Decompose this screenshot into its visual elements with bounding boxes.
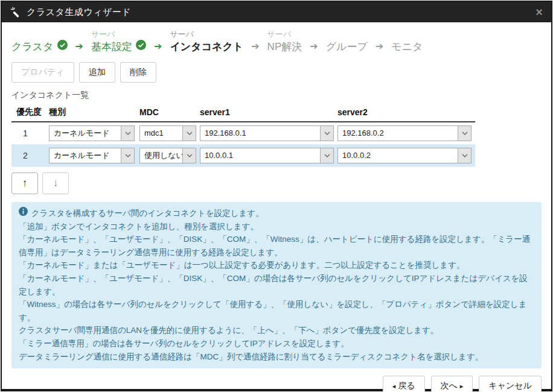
info-icon — [19, 207, 28, 220]
chevron-down-icon[interactable] — [320, 126, 333, 141]
chevron-down-icon[interactable] — [121, 126, 134, 141]
titlebar: クラスタ生成ウィザード × — [2, 2, 551, 22]
step-interconnect: サーバ インタコネクト — [170, 28, 243, 54]
step-sublabel — [391, 28, 423, 40]
table-row[interactable]: 1 カーネルモード mdc1 192.168.0.1 192.168.0.2 — [11, 122, 475, 145]
check-icon — [57, 40, 68, 54]
step-sublabel — [326, 28, 368, 40]
step-sublabel: サーバ — [267, 28, 302, 40]
reorder-controls: ↑ ↓ — [11, 172, 542, 194]
step-label: NP解決 — [267, 40, 302, 54]
step-sublabel: サーバ — [170, 28, 243, 40]
chevron-down-icon[interactable] — [458, 126, 471, 141]
server1-select-row1[interactable]: 192.168.0.1 — [200, 125, 334, 141]
step-np-resolution: サーバ NP解決 — [267, 28, 302, 54]
arrow-icon: ➔ — [251, 39, 259, 54]
step-label: 基本設定 — [91, 40, 132, 54]
priority-header: 優先度 — [11, 107, 49, 118]
cluster-wizard-dialog: クラスタ生成ウィザード × クラスタ ➔ サーバ 基本設定 ➔ サーバ インタコ… — [1, 1, 552, 391]
info-line: 「ミラー通信専用」の場合は各サーバ列のセルをクリックしてIPアドレスを設定します… — [19, 337, 534, 350]
window-title: クラスタ生成ウィザード — [27, 7, 131, 18]
server2-select-row1[interactable]: 192.168.0.2 — [337, 125, 471, 141]
info-line: 「カーネルモード」、「ユーザモード」、「DISK」、「COM」、「Witness… — [19, 233, 534, 259]
arrow-icon: ➔ — [154, 39, 162, 54]
chevron-down-icon[interactable] — [121, 148, 134, 163]
mdc-select-row2[interactable]: 使用しない — [139, 148, 196, 163]
check-icon — [136, 40, 146, 54]
step-label: インタコネクト — [170, 40, 243, 54]
table-header-row: 優先度 種別 MDC server1 server2 — [11, 104, 475, 122]
info-line: クラスタサーバ間専用通信のLANを優先的に使用するように、「上へ」、「下へ」ボタ… — [19, 324, 534, 337]
wizard-wand-icon — [10, 7, 22, 18]
triangle-left-icon: ◂ — [392, 383, 396, 390]
close-icon[interactable]: × — [535, 6, 543, 18]
property-button[interactable]: プロパティ — [11, 62, 74, 83]
server1-select-row2[interactable]: 10.0.0.1 — [200, 148, 334, 163]
step-label: クラスタ — [11, 40, 54, 54]
step-label: グループ — [326, 40, 368, 54]
back-button[interactable]: ◂ 戻る — [383, 376, 425, 392]
chevron-down-icon[interactable] — [320, 148, 333, 163]
chevron-down-icon[interactable] — [182, 126, 196, 141]
info-line: クラスタを構成するサーバ間のインタコネクトを設定します。 — [19, 207, 534, 220]
info-box: クラスタを構成するサーバ間のインタコネクトを設定します。 「追加」ボタンでインタ… — [11, 202, 542, 368]
chevron-down-icon[interactable] — [458, 148, 471, 163]
step-sublabel — [11, 28, 68, 40]
add-button[interactable]: 追加 — [79, 62, 115, 83]
step-basic-settings: サーバ 基本設定 — [91, 28, 146, 54]
move-up-button[interactable]: ↑ — [11, 172, 38, 194]
delete-button[interactable]: 削除 — [120, 62, 156, 83]
step-sublabel: サーバ — [91, 28, 146, 40]
arrow-down-icon: ↓ — [53, 177, 59, 189]
arrow-icon: ➔ — [376, 39, 383, 54]
cancel-button[interactable]: キャンセル — [479, 376, 542, 392]
mdc-select-row1[interactable]: mdc1 — [139, 125, 196, 141]
arrow-icon: ➔ — [75, 39, 83, 54]
interconnect-list-caption: インタコネクト一覧 — [11, 90, 542, 101]
step-group: グループ — [326, 28, 368, 54]
priority-value: 2 — [11, 151, 39, 160]
step-label: モニタ — [391, 40, 423, 54]
footer: ◂ 戻る 次へ ▸ キャンセル — [11, 376, 542, 392]
mdc-header: MDC — [139, 107, 200, 117]
server2-header: server2 — [337, 107, 475, 117]
wizard-steps: クラスタ ➔ サーバ 基本設定 ➔ サーバ インタコネクト ➔ サーバ NP解決… — [11, 28, 542, 54]
info-line: 「追加」ボタンでインタコネクトを追加し、種別を選択します。 — [19, 220, 534, 233]
type-header: 種別 — [49, 107, 139, 118]
toolbar: プロパティ 追加 削除 — [11, 62, 542, 83]
type-select-row2[interactable]: カーネルモード — [49, 148, 135, 163]
interconnect-table: 優先度 種別 MDC server1 server2 1 カーネルモード mdc… — [11, 104, 475, 167]
priority-value: 1 — [11, 128, 39, 138]
step-cluster: クラスタ — [11, 28, 68, 54]
type-select-row1[interactable]: カーネルモード — [49, 125, 135, 141]
server2-select-row2[interactable]: 10.0.0.2 — [337, 148, 471, 163]
info-line: 「Witness」の場合は各サーバ列のセルをクリックして「使用する」、「使用しな… — [19, 298, 534, 324]
triangle-right-icon: ▸ — [460, 383, 464, 390]
server1-header: server1 — [200, 107, 337, 117]
arrow-icon: ➔ — [310, 39, 318, 54]
step-monitor: モニタ — [391, 28, 423, 54]
move-down-button[interactable]: ↓ — [42, 172, 69, 194]
info-line: データミラーリング通信に使用する通信経路は「MDC」列で通信経路に割り当てるミラ… — [19, 350, 534, 364]
info-line: 「カーネルモード」または「ユーザモード」は一つ以上設定する必要があります。二つ以… — [19, 259, 534, 272]
next-button[interactable]: 次へ ▸ — [431, 376, 473, 392]
arrow-up-icon: ↑ — [22, 177, 28, 189]
table-row-selected[interactable]: 2 カーネルモード 使用しない 10.0.0.1 10.0.0.2 — [11, 145, 475, 167]
chevron-down-icon[interactable] — [182, 148, 196, 163]
info-line: 「カーネルモード」、「ユーザモード」、「DISK」、「COM」の場合は各サーバ列… — [19, 272, 534, 298]
